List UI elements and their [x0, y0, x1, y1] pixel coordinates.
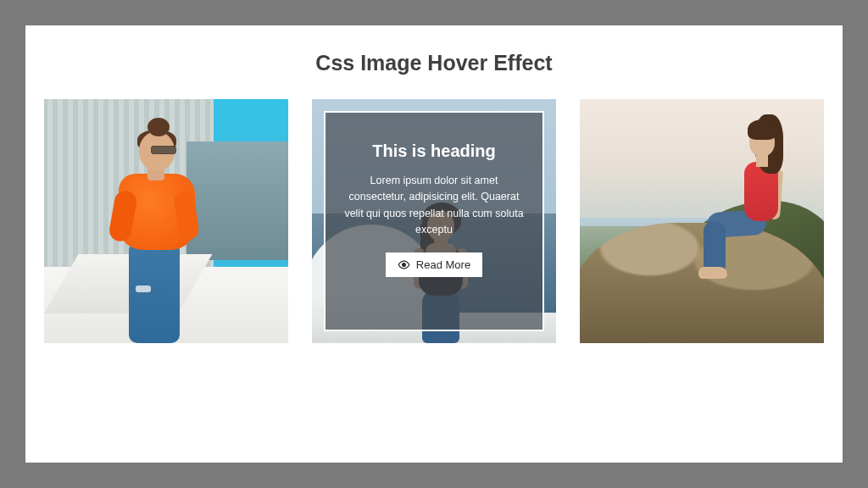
overlay-heading: This is heading — [372, 141, 496, 161]
image-card-2[interactable]: This is heading Lorem ipsum dolor sit am… — [312, 99, 556, 343]
page-title: Css Image Hover Effect — [315, 51, 552, 75]
person — [103, 123, 205, 343]
overlay-text: Lorem ipsum dolor sit amet consectetur, … — [341, 173, 527, 239]
page-canvas: Css Image Hover Effect — [25, 25, 843, 463]
eye-icon — [398, 258, 410, 271]
image-card-3[interactable] — [580, 99, 824, 343]
person — [698, 106, 800, 275]
read-more-label: Read More — [416, 258, 470, 271]
card-row: This is heading Lorem ipsum dolor sit am… — [44, 99, 824, 343]
hover-overlay: This is heading Lorem ipsum dolor sit am… — [324, 111, 544, 331]
image-card-1[interactable] — [44, 99, 288, 343]
svg-point-0 — [402, 263, 405, 266]
read-more-button[interactable]: Read More — [386, 252, 482, 277]
